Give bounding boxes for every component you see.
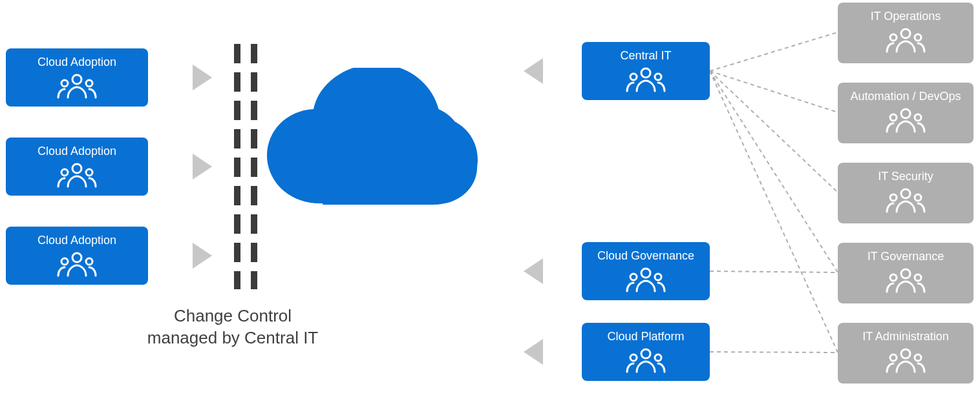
svg-point-33 [915,194,921,201]
people-icon [883,26,928,54]
svg-point-14 [61,258,68,265]
label: IT Operations [838,9,974,23]
people-icon [623,346,668,374]
svg-point-18 [655,74,661,80]
svg-line-1 [710,71,838,112]
svg-point-28 [901,109,910,118]
svg-point-22 [641,349,650,358]
svg-point-39 [915,354,921,361]
arrow-right-3 [193,243,212,269]
svg-point-27 [915,34,921,41]
svg-point-13 [72,253,81,262]
svg-point-30 [915,114,921,121]
label: Cloud Governance [582,249,710,263]
svg-line-4 [710,71,838,353]
cloud-icon [259,68,478,216]
box-cloud-governance: Cloud Governance [582,242,710,300]
svg-point-17 [630,74,637,80]
svg-point-23 [630,354,637,361]
dash-bar-left [234,44,240,289]
svg-point-12 [86,169,92,176]
people-icon [883,266,928,294]
box-cloud-adoption-1: Cloud Adoption [6,48,148,107]
svg-point-25 [901,29,910,38]
svg-point-37 [901,349,910,358]
svg-point-10 [72,164,81,173]
svg-point-19 [641,269,650,278]
label: IT Administration [838,329,974,343]
box-it-operations: IT Operations [838,3,974,63]
svg-point-26 [890,34,897,41]
svg-line-0 [710,32,838,71]
label: IT Governance [838,249,974,263]
svg-point-15 [86,258,92,265]
svg-point-9 [86,80,92,87]
box-central-it: Central IT [582,42,710,100]
label: Cloud Adoption [6,55,148,69]
arrow-left-1 [524,58,543,84]
people-icon [54,250,100,278]
people-icon [623,265,668,294]
label: IT Security [838,169,974,183]
svg-point-20 [630,274,637,280]
svg-point-24 [655,354,661,361]
box-it-governance: IT Governance [838,243,974,303]
box-cloud-adoption-3: Cloud Adoption [6,227,148,285]
dash-bar-right [251,44,257,289]
svg-point-29 [890,114,897,121]
label: Cloud Adoption [6,233,148,247]
svg-point-16 [641,68,650,77]
arrow-left-3 [524,339,543,365]
people-icon [54,161,100,189]
arrow-right-2 [193,154,212,179]
svg-point-32 [890,194,897,201]
arrow-left-2 [524,258,543,284]
svg-point-31 [901,189,910,198]
label: Automation / DevOps [838,89,974,103]
box-cloud-adoption-2: Cloud Adoption [6,138,148,196]
svg-line-3 [710,71,838,272]
people-icon [883,186,928,214]
box-it-administration: IT Administration [838,323,974,384]
svg-point-38 [890,354,897,361]
label: Cloud Platform [582,329,710,343]
label: Central IT [582,48,710,63]
svg-point-7 [72,75,81,84]
people-icon [883,106,928,134]
svg-point-34 [901,269,910,278]
people-icon [883,346,928,374]
caption-change-control: Change Control managed by Central IT [145,305,320,349]
svg-point-21 [655,274,661,280]
svg-point-11 [61,169,68,176]
people-icon [623,65,668,94]
svg-point-35 [890,274,897,281]
box-it-security: IT Security [838,163,974,223]
box-cloud-platform: Cloud Platform [582,323,710,381]
arrow-right-1 [193,65,212,90]
svg-point-36 [915,274,921,281]
svg-line-5 [710,271,838,272]
label: Cloud Adoption [6,144,148,158]
people-icon [54,72,100,100]
box-automation-devops: Automation / DevOps [838,83,974,143]
svg-line-6 [710,352,838,353]
svg-line-2 [710,71,838,192]
svg-point-8 [61,80,68,87]
